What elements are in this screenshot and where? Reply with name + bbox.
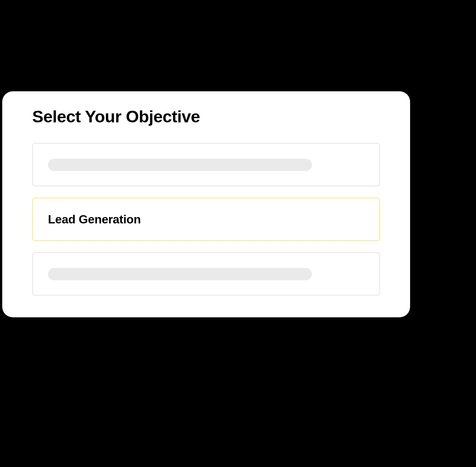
card-title: Select Your Objective [32, 107, 380, 126]
objective-selection-card: Select Your Objective Lead Generation [2, 91, 410, 317]
placeholder-bar [48, 268, 312, 280]
objective-option-label: Lead Generation [48, 213, 141, 226]
objective-option-1[interactable] [32, 143, 380, 186]
objective-option-lead-generation[interactable]: Lead Generation [32, 198, 380, 241]
objective-option-list: Lead Generation [32, 143, 380, 296]
placeholder-bar [48, 159, 312, 171]
objective-option-3[interactable] [32, 252, 380, 296]
